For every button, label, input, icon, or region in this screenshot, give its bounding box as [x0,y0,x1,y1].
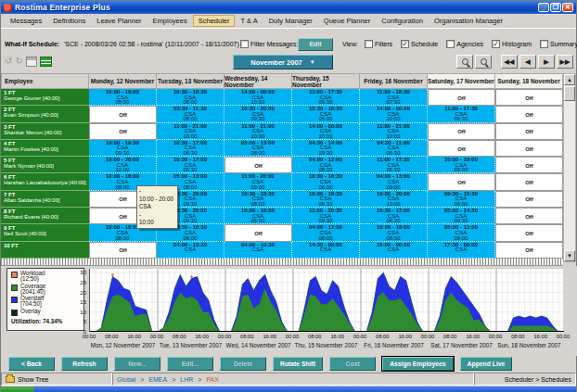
off-cell[interactable]: Off [495,89,563,106]
off-cell[interactable]: Off [224,224,292,241]
off-cell[interactable]: Off [89,106,157,122]
menu-item-organisation-manager[interactable]: Organisation Manager [429,15,508,27]
shift-cell[interactable]: 11:00 - 20:30CSA09:30 [292,208,360,224]
shift-cell[interactable]: 10:00 - 19:30CSA09:30 [89,140,157,157]
shift-cell[interactable]: 10:00 - 20:00CSA10:00 [89,157,157,173]
edit-button-top[interactable]: Edit [298,38,333,51]
shift-cell[interactable]: 11:00 - 21:00CSA10:00 [157,123,224,140]
off-cell[interactable]: Off [428,173,495,190]
shift-cell[interactable]: 11:00 - 21:00CSA10:00 [360,123,428,140]
scroll-down-icon[interactable]: ▼ [564,250,575,261]
minimize-button[interactable]: _ [538,3,549,12]
rotate-shift-button[interactable]: Rotate Shift [273,357,323,371]
off-cell[interactable]: Off [495,173,563,190]
employee-cell[interactable]: 9 FTNeil Scott [40:00] [1,224,89,241]
filter-messages-checkbox[interactable] [240,40,249,48]
month-selector-dropdown[interactable]: November 2007 ▼ [233,55,333,70]
off-cell[interactable]: Off [495,140,563,157]
shift-cell[interactable]: 04:00 - 13:30CSA [157,242,224,259]
prev-page-button[interactable]: ◀ [519,55,536,69]
shift-cell[interactable]: 10:30 - 17:00CSA06:30 [157,140,224,157]
start-button-fragment[interactable] [1,386,34,392]
append-live-button[interactable]: Append Live [460,357,513,371]
shift-cell[interactable]: 10:00 - 16:30CSA06:30 [292,191,360,208]
shift-cell[interactable]: 09:30 - 15:30CSA06:00 [428,191,495,208]
shift-cell[interactable]: 10:30 - 16:30CSA06:00 [292,106,360,122]
restore-button[interactable]: ❐ [550,3,561,12]
off-cell[interactable]: Off [428,140,495,157]
vertical-scrollbar[interactable]: ▲ ▼ [563,73,576,262]
menu-item-queue-planner[interactable]: Queue Planner [318,15,376,27]
back-button[interactable]: < Back [8,357,55,371]
shift-cell[interactable]: 10:30 - 18:30CSA08:00 [157,89,224,106]
shift-cell[interactable]: 11:00 - 17:30CSA06:30 [292,89,360,106]
shift-cell[interactable]: 05:00 - 14:30CSA09:30 [428,208,495,224]
checkbox-agencies[interactable] [446,40,455,48]
employee-cell[interactable]: 10 FT [1,242,89,259]
shift-cell[interactable]: 14:30 - 00:00CSA [292,242,360,259]
off-cell[interactable]: Off [495,106,563,122]
checkbox-summary[interactable] [540,40,548,48]
shift-cell[interactable]: 10:00 - 18:00CSA08:00 [360,224,428,241]
scroll-up-icon[interactable]: ▲ [564,74,575,85]
breadcrumb-emea[interactable]: EMEA [148,376,167,383]
menu-item-leave-planner[interactable]: Leave Planner [91,15,147,27]
checkbox-histogram[interactable]: ✓ [492,40,500,48]
shift-cell[interactable]: 14:00 - 00:00CSA10:00 [360,106,428,122]
shift-cell[interactable]: 04:30 - 14:00CSA09:30 [292,140,360,157]
menu-item-duty-manager[interactable]: Duty Manager [263,15,318,27]
shift-cell[interactable]: 16:00 - 00:00CSA [360,242,428,259]
employee-cell[interactable]: 5 FTMark Nyman [40:00] [1,157,89,173]
first-page-button[interactable]: ◀◀ [501,55,518,69]
menu-item-definitions[interactable]: Definitions [47,15,91,27]
shift-cell[interactable]: 10:30 - 17:00CSA06:30 [360,208,428,224]
off-cell[interactable]: Off [224,157,292,173]
menu-item-t-a[interactable]: T & A [235,15,263,27]
zoom-out-icon[interactable] [475,55,492,69]
shift-cell[interactable]: 10:00 - 18:00CSA08:00 [89,89,157,106]
next-page-button[interactable]: ▶ [538,55,555,69]
refresh-button[interactable]: Refresh [61,357,108,371]
shift-cell[interactable]: 10:30 - 20:00CSA09:30 [224,106,292,122]
menu-item-employees[interactable]: Employees [147,15,193,27]
redo-icon[interactable]: ↻ [15,56,22,67]
off-cell[interactable]: Off [495,157,563,173]
shift-cell[interactable]: 10:30 - 16:30CSA06:00 [292,173,360,190]
shift-cell[interactable]: 14:00 - 00:00CSA10:00 [292,123,360,140]
off-cell[interactable]: Off [495,208,563,224]
scrollbar-thumb[interactable] [564,86,575,101]
shift-cell[interactable]: 10:00 - 19:00CSA09:00 [428,157,495,173]
assign-employees-button[interactable]: Assign Employees [382,357,453,371]
shift-cell[interactable]: 11:00 - 18:30CSA07:30 [360,89,428,106]
shift-cell[interactable]: 04:00 - 13:00CSA09:00 [360,173,428,190]
shift-cell[interactable]: 03:30 - 11:30CSA08:00 [157,106,224,122]
shift-cell[interactable]: 04:00 - 12:00CSA08:00 [292,224,360,241]
shift-cell[interactable]: 17:30 - 00:00CSA [428,242,495,259]
employee-cell[interactable]: 8 FTRichard Evans [40:00] [1,208,89,224]
shift-cell[interactable]: 04:00 - 10:30CSA [224,242,292,259]
menu-item-scheduler[interactable]: Scheduler [193,15,236,27]
table-view-icon[interactable] [40,57,52,67]
off-cell[interactable]: Off [428,123,495,140]
undo-icon[interactable]: ↺ [5,56,12,67]
menu-item-messages[interactable]: Messages [5,15,47,27]
shift-cell[interactable]: 04:30 - 11:00CSA06:30 [360,140,428,157]
employee-cell[interactable]: 4 FTMartin Fowkes [40:00] [1,140,89,157]
shift-cell[interactable]: 10:30 - 18:30CSA08:00 [224,191,292,208]
calendar-icon[interactable] [26,57,37,67]
employee-cell[interactable]: 1 FTGeorge Gruner [40:00] [1,89,89,106]
off-cell[interactable]: Off [89,123,157,140]
shift-cell[interactable]: 11:00 - 21:00CSA10:00 [224,123,292,140]
shift-cell[interactable]: 11:00 - 20:00CSA09:00 [224,173,292,190]
checkbox-schedule[interactable]: ✓ [401,40,409,48]
off-cell[interactable]: Off [89,242,157,259]
shift-cell[interactable]: 10:00 - 20:00CSA10:00 [360,191,428,208]
employee-cell[interactable]: 7 FTAllan Saldanha [40:00] [1,191,89,208]
shift-cell[interactable]: 10:30 - 17:00CSA06:30 [157,157,224,173]
cost-button[interactable]: Cost [329,357,376,371]
shift-cell[interactable]: 05:00 - 13:00CSA08:00 [224,140,292,157]
close-button[interactable]: ✕ [562,3,573,12]
shift-cell[interactable]: 05:00 - 13:00CSA08:00 [428,224,495,241]
shift-cell[interactable]: 04:00 - 12:00CSA08:00 [292,157,360,173]
shift-cell[interactable]: 11:00 - 17:30CSA06:30 [428,106,495,122]
